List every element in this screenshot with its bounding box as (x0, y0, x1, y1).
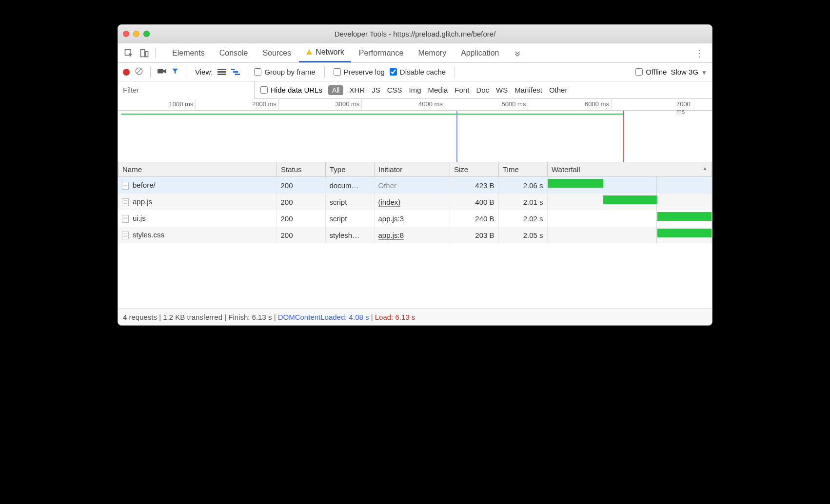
filter-type-ws[interactable]: WS (496, 86, 508, 94)
tab-memory[interactable]: Memory (411, 43, 453, 62)
filter-type-media[interactable]: Media (428, 86, 448, 94)
divider (150, 67, 151, 78)
filter-type-xhr[interactable]: XHR (349, 86, 365, 94)
titlebar: Developer Tools - https://preload.glitch… (118, 25, 712, 43)
filter-type-css[interactable]: CSS (387, 86, 402, 94)
screenshot-button[interactable] (158, 68, 166, 76)
filter-type-img[interactable]: Img (409, 86, 421, 94)
column-header-waterfall[interactable]: Waterfall (548, 162, 712, 177)
svg-rect-1 (141, 49, 145, 57)
waterfall-view-button[interactable] (231, 69, 240, 76)
filter-input[interactable] (118, 81, 255, 99)
cell-initiator: app.js:3 (374, 210, 450, 227)
cell-time: 2.06 s (498, 177, 547, 194)
file-icon (122, 182, 129, 190)
svg-rect-7 (158, 69, 163, 74)
minimize-window-button[interactable] (133, 31, 139, 37)
status-domcontentloaded: DOMContentLoaded: 4.08 s (278, 313, 369, 321)
filter-toggle-button[interactable] (171, 67, 179, 77)
table-row[interactable]: app.js200script(index)400 B2.01 s (118, 194, 712, 210)
divider (455, 67, 455, 78)
svg-rect-13 (235, 74, 240, 75)
cell-waterfall (547, 210, 712, 227)
svg-rect-3 (309, 51, 310, 53)
initiator-link[interactable]: app.js:8 (378, 231, 404, 240)
settings-kebab-icon[interactable]: ⋮ (691, 47, 708, 59)
divider (247, 67, 247, 78)
tab-sources[interactable]: Sources (256, 43, 298, 62)
filter-type-doc[interactable]: Doc (476, 86, 489, 94)
file-icon (122, 232, 129, 239)
network-toolbar: View: Group by frame Preserve log Disabl… (118, 63, 712, 81)
svg-rect-11 (231, 69, 235, 70)
cell-name: before/ (118, 177, 277, 194)
filter-type-js[interactable]: JS (372, 86, 380, 94)
cell-time: 2.05 s (498, 227, 547, 243)
filter-type-other[interactable]: Other (549, 86, 568, 94)
tab-elements[interactable]: Elements (165, 43, 212, 62)
column-header-name[interactable]: Name (119, 162, 277, 177)
table-row[interactable]: before/200docum…Other423 B2.06 s (118, 177, 712, 194)
record-button[interactable] (123, 69, 130, 76)
cell-status: 200 (277, 194, 325, 210)
tab-console[interactable]: Console (213, 43, 255, 62)
waterfall-load-marker (711, 210, 712, 227)
column-header-status[interactable]: Status (277, 162, 326, 177)
waterfall-load-marker (711, 194, 712, 210)
file-icon (122, 215, 129, 223)
throttle-select[interactable]: Slow 3G▼ (671, 68, 707, 76)
group-by-frame-checkbox[interactable]: Group by frame (254, 68, 315, 76)
cell-type: script (325, 194, 374, 210)
overview-tick: 3000 ms (336, 100, 362, 108)
svg-line-6 (137, 69, 141, 74)
overview-tick: 6000 ms (585, 100, 611, 108)
offline-checkbox[interactable]: Offline (635, 68, 667, 76)
cell-time: 2.01 s (498, 194, 547, 210)
tab-application[interactable]: Application (454, 43, 506, 62)
table-row[interactable]: styles.css200stylesh…app.js:8203 B2.05 s (118, 227, 712, 243)
large-rows-button[interactable] (217, 69, 226, 76)
warning-icon (306, 49, 313, 56)
cell-status: 200 (277, 227, 325, 243)
cell-waterfall (547, 227, 712, 243)
window-title: Developer Tools - https://preload.glitch… (118, 30, 712, 38)
tab-performance[interactable]: Performance (352, 43, 411, 62)
hide-data-urls-checkbox[interactable]: Hide data URLs (260, 86, 322, 94)
column-header-type[interactable]: Type (326, 162, 375, 177)
overview-tick: 4000 ms (418, 100, 445, 108)
waterfall-load-marker (711, 177, 712, 194)
clear-button[interactable] (135, 67, 143, 77)
preserve-log-checkbox[interactable]: Preserve log (334, 68, 385, 76)
status-transferred: 1.2 KB transferred (163, 313, 222, 321)
waterfall-dcl-marker (656, 194, 656, 210)
table-row[interactable]: ui.js200scriptapp.js:3240 B2.02 s (118, 210, 712, 227)
tab-label: Network (316, 48, 344, 57)
tab-network[interactable]: Network (299, 43, 351, 62)
disable-cache-checkbox[interactable]: Disable cache (390, 68, 446, 76)
divider (155, 48, 156, 58)
column-header-time[interactable]: Time (499, 162, 548, 177)
filter-type-font[interactable]: Font (455, 86, 469, 94)
filter-all-button[interactable]: All (328, 85, 344, 95)
zoom-window-button[interactable] (143, 31, 150, 37)
device-toolbar-icon[interactable] (138, 46, 151, 60)
cell-time: 2.02 s (498, 210, 547, 227)
initiator-link[interactable]: app.js:3 (378, 214, 404, 223)
tab-label: Sources (262, 49, 291, 58)
inspect-element-icon[interactable] (122, 46, 136, 60)
filter-type-manifest[interactable]: Manifest (514, 86, 542, 94)
waterfall-bar (548, 179, 603, 188)
more-tabs-icon[interactable] (511, 46, 524, 60)
cell-status: 200 (277, 177, 325, 194)
initiator-link[interactable]: (index) (378, 198, 401, 207)
filter-bar: Hide data URLs All XHRJSCSSImgMediaFontD… (118, 81, 712, 99)
svg-rect-10 (217, 74, 226, 75)
close-window-button[interactable] (123, 31, 129, 37)
column-header-size[interactable]: Size (450, 162, 499, 177)
status-requests: 4 requests (123, 313, 157, 321)
overview-tick: 5000 ms (502, 100, 528, 108)
cell-size: 423 B (450, 177, 498, 194)
overview-timeline[interactable]: 1000 ms2000 ms3000 ms4000 ms5000 ms6000 … (118, 99, 712, 162)
svg-rect-8 (217, 69, 226, 70)
column-header-initiator[interactable]: Initiator (375, 162, 450, 177)
